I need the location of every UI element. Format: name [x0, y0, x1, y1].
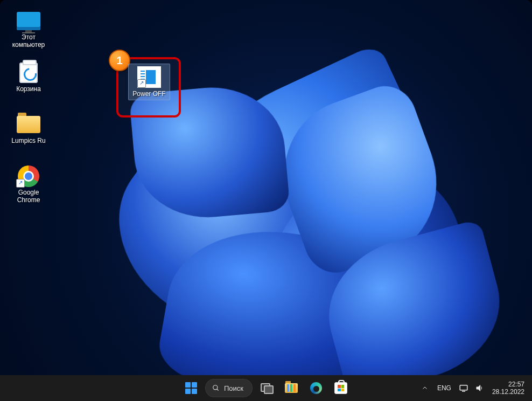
- monitor-icon: [16, 10, 41, 32]
- task-view-button[interactable]: [256, 377, 277, 399]
- tray-overflow-button[interactable]: [419, 377, 431, 399]
- desktop-icon-folder-lumpics[interactable]: Lumpics Ru: [8, 111, 50, 161]
- taskbar-app-edge[interactable]: [305, 377, 327, 399]
- microsoft-store-icon: [334, 382, 347, 394]
- svg-line-1: [217, 389, 219, 391]
- taskbar: Поиск ENG: [0, 375, 532, 401]
- annotation-highlight-box: 1 ↗ Power OFF: [116, 57, 181, 117]
- svg-marker-4: [477, 385, 480, 391]
- svg-rect-2: [460, 385, 467, 390]
- desktop-icon-label: Google Chrome: [17, 189, 40, 204]
- windows-logo-icon: [185, 382, 197, 394]
- taskbar-app-explorer[interactable]: [281, 377, 302, 399]
- search-icon: [212, 384, 220, 392]
- desktop-icon-recycle-bin[interactable]: Корзина: [8, 59, 50, 109]
- file-explorer-icon: [285, 383, 298, 393]
- tray-clock[interactable]: 22:57 28.12.2022: [490, 381, 527, 396]
- chevron-up-icon: [422, 385, 428, 391]
- shortcut-arrow-icon: ↗: [137, 79, 146, 88]
- desktop-icon-label: Power OFF: [132, 90, 165, 98]
- desktop-icon-label: Lumpics Ru: [11, 137, 45, 144]
- desktop[interactable]: Этот компьютер Корзина Lumpics Ru ↗ Goog…: [0, 0, 532, 401]
- taskbar-search[interactable]: Поиск: [205, 379, 253, 397]
- shortcut-generic-icon: ↗: [137, 66, 161, 88]
- folder-icon: [16, 113, 41, 136]
- desktop-icon-label: Этот компьютер: [12, 33, 45, 49]
- network-icon: [459, 384, 468, 392]
- chrome-icon: ↗: [16, 165, 41, 188]
- svg-point-0: [213, 385, 218, 390]
- desktop-icon-chrome[interactable]: ↗ Google Chrome: [8, 163, 50, 212]
- desktop-icon-this-pc[interactable]: Этот компьютер: [8, 8, 50, 57]
- edge-icon: [310, 382, 322, 394]
- recycle-bin-icon: [16, 61, 41, 84]
- start-button[interactable]: [180, 377, 202, 399]
- task-view-icon: [261, 383, 272, 393]
- tray-network[interactable]: [458, 377, 470, 399]
- volume-icon: [475, 384, 485, 392]
- shortcut-arrow-icon: ↗: [16, 179, 25, 188]
- desktop-icon-power-off[interactable]: ↗ Power OFF: [128, 64, 170, 100]
- tray-language[interactable]: ENG: [435, 384, 453, 392]
- annotation-callout-badge: 1: [109, 50, 130, 71]
- tray-date: 28.12.2022: [492, 388, 524, 396]
- taskbar-app-store[interactable]: [330, 377, 352, 399]
- tray-time: 22:57: [492, 381, 524, 388]
- desktop-icon-label: Корзина: [16, 85, 41, 93]
- tray-volume[interactable]: [474, 377, 486, 399]
- taskbar-search-label: Поиск: [224, 384, 243, 392]
